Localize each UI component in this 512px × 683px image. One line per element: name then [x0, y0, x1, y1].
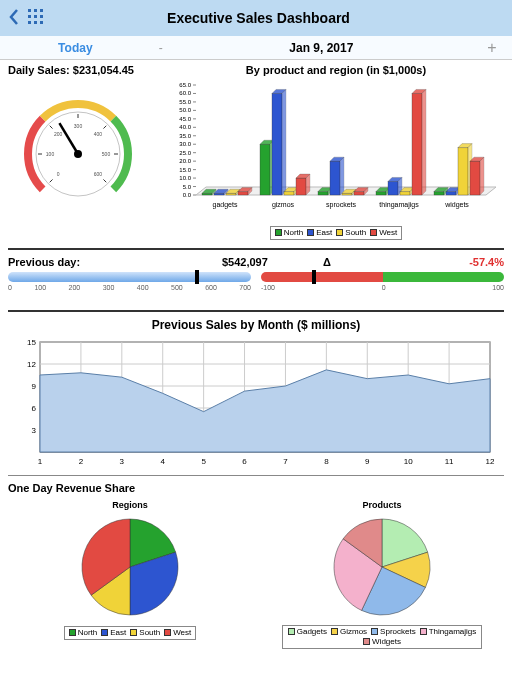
svg-text:600: 600 — [94, 171, 103, 177]
svg-rect-69 — [376, 192, 386, 195]
prev-day-slider: 0100200300400500600700 — [8, 272, 251, 304]
svg-text:40.0: 40.0 — [179, 124, 191, 130]
delta-slider: -1000100 — [261, 272, 504, 304]
svg-text:30.0: 30.0 — [179, 141, 191, 147]
svg-rect-66 — [342, 193, 352, 195]
svg-rect-74 — [434, 192, 444, 195]
svg-text:3: 3 — [120, 457, 125, 466]
svg-text:15.0: 15.0 — [179, 167, 191, 173]
svg-rect-76 — [458, 148, 468, 195]
svg-text:10: 10 — [404, 457, 413, 466]
svg-rect-70 — [388, 181, 398, 195]
app-header: Executive Sales Dashboard — [0, 0, 512, 36]
date-minus-button[interactable]: - — [151, 41, 171, 55]
current-date: Jan 9, 2017 — [171, 41, 472, 55]
svg-rect-65 — [330, 161, 340, 195]
svg-text:sprockets: sprockets — [326, 201, 356, 209]
svg-text:0.0: 0.0 — [183, 192, 192, 198]
by-product-chart: 0.05.010.015.020.025.030.035.040.045.050… — [168, 80, 504, 240]
svg-text:gadgets: gadgets — [213, 201, 238, 209]
svg-rect-6 — [28, 21, 31, 24]
svg-text:12: 12 — [27, 360, 36, 369]
month-title: Previous Sales by Month ($ millions) — [0, 318, 512, 332]
svg-text:9: 9 — [365, 457, 370, 466]
svg-text:300: 300 — [74, 123, 83, 129]
today-button[interactable]: Today — [0, 41, 151, 55]
products-legend: GadgetsGizmosSprocketsThingamajigsWidget… — [282, 625, 482, 649]
regions-pie-title: Regions — [8, 500, 252, 510]
svg-text:5: 5 — [201, 457, 206, 466]
svg-text:widgets: widgets — [444, 201, 469, 209]
share-title: One Day Revenue Share — [0, 480, 512, 496]
svg-rect-62 — [296, 178, 306, 195]
svg-text:6: 6 — [32, 404, 37, 413]
delta-value: -57.4% — [386, 256, 504, 268]
prev-day-label: Previous day: — [8, 256, 150, 268]
month-chart: 3691215123456789101112 — [12, 336, 500, 471]
svg-text:thingamajigs: thingamajigs — [379, 201, 419, 209]
by-product-label: By product and region (in $1,000s) — [168, 64, 504, 76]
bar-legend: NorthEastSouthWest — [270, 226, 403, 240]
regions-legend: NorthEastSouthWest — [64, 626, 197, 640]
page-title: Executive Sales Dashboard — [43, 10, 474, 26]
svg-text:1: 1 — [38, 457, 43, 466]
svg-text:500: 500 — [102, 151, 111, 157]
svg-text:20.0: 20.0 — [179, 158, 191, 164]
svg-text:7: 7 — [283, 457, 288, 466]
svg-rect-57 — [238, 192, 248, 195]
svg-rect-60 — [272, 93, 282, 195]
svg-text:2: 2 — [79, 457, 84, 466]
svg-point-25 — [74, 150, 82, 158]
apps-grid-icon[interactable] — [28, 9, 43, 28]
delta-ticks: -1000100 — [261, 284, 504, 291]
svg-text:65.0: 65.0 — [179, 82, 191, 88]
svg-text:5.0: 5.0 — [183, 184, 192, 190]
svg-text:400: 400 — [94, 131, 103, 137]
svg-text:8: 8 — [324, 457, 329, 466]
svg-text:12: 12 — [486, 457, 495, 466]
svg-rect-64 — [318, 192, 328, 195]
svg-text:200: 200 — [54, 131, 63, 137]
svg-rect-1 — [34, 9, 37, 12]
products-pie — [322, 512, 442, 622]
svg-rect-59 — [260, 144, 270, 195]
svg-text:45.0: 45.0 — [179, 116, 191, 122]
svg-rect-67 — [354, 192, 364, 195]
svg-rect-71 — [400, 192, 410, 195]
back-icon[interactable] — [8, 9, 20, 28]
prev-day-value: $542,097 — [150, 256, 268, 268]
svg-text:55.0: 55.0 — [179, 99, 191, 105]
svg-text:35.0: 35.0 — [179, 133, 191, 139]
svg-text:0: 0 — [57, 171, 60, 177]
svg-rect-61 — [284, 192, 294, 195]
svg-rect-75 — [446, 192, 456, 195]
prev-day-ticks: 0100200300400500600700 — [8, 284, 251, 291]
date-plus-button[interactable]: + — [472, 39, 512, 57]
svg-rect-4 — [34, 15, 37, 18]
svg-text:3: 3 — [32, 426, 37, 435]
delta-label: Δ — [268, 256, 386, 268]
svg-rect-7 — [34, 21, 37, 24]
regions-pie — [70, 512, 190, 622]
svg-text:50.0: 50.0 — [179, 107, 191, 113]
svg-text:6: 6 — [242, 457, 247, 466]
svg-rect-3 — [28, 15, 31, 18]
svg-text:10.0: 10.0 — [179, 175, 191, 181]
svg-rect-55 — [214, 193, 224, 195]
svg-rect-0 — [28, 9, 31, 12]
svg-text:25.0: 25.0 — [179, 150, 191, 156]
svg-rect-72 — [412, 93, 422, 195]
date-bar: Today - Jan 9, 2017 + — [0, 36, 512, 60]
svg-text:9: 9 — [32, 382, 37, 391]
svg-rect-54 — [202, 193, 212, 195]
daily-sales-gauge: 0100200300400500600 — [8, 84, 168, 217]
daily-sales-label: Daily Sales: $231,054.45 — [8, 64, 168, 76]
products-pie-title: Products — [260, 500, 504, 510]
svg-text:4: 4 — [161, 457, 166, 466]
svg-rect-77 — [470, 161, 480, 195]
svg-text:11: 11 — [445, 457, 454, 466]
svg-rect-56 — [226, 193, 236, 195]
svg-text:gizmos: gizmos — [272, 201, 295, 209]
svg-text:60.0: 60.0 — [179, 90, 191, 96]
svg-text:15: 15 — [27, 338, 36, 347]
